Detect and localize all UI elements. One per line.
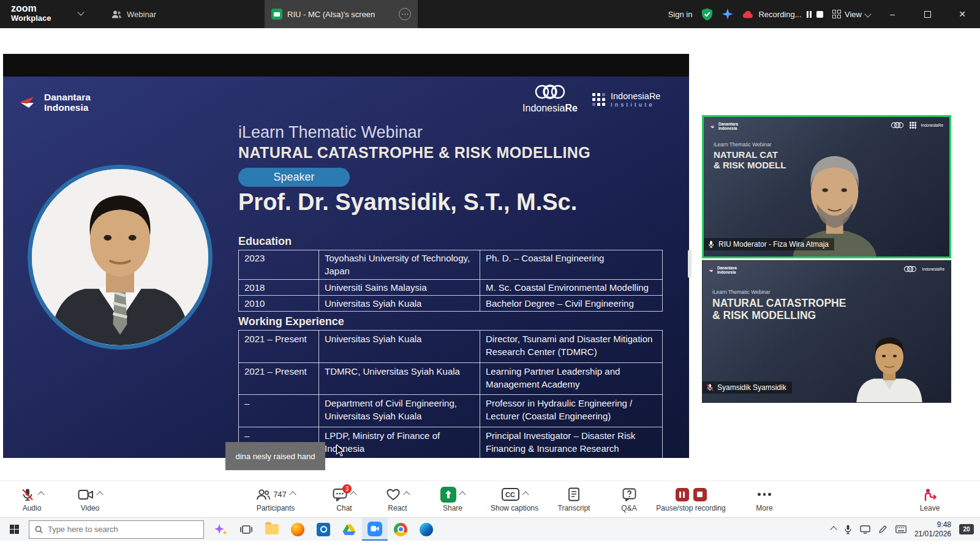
stop-recording-icon[interactable]: [693, 488, 707, 501]
participants-button[interactable]: 747 Participants: [239, 485, 312, 512]
tab-webinar[interactable]: Webinar: [105, 0, 162, 28]
table-row: 2021 – Present Universitas Syiah Kuala D…: [239, 331, 663, 363]
participant-name: Syamsidik Syamsidik: [717, 383, 786, 392]
notification-center-badge[interactable]: 20: [959, 524, 974, 534]
minimize-button[interactable]: –: [880, 0, 905, 28]
institute-dots-icon: [910, 122, 916, 129]
participants-icon: [256, 489, 271, 501]
stop-recording-icon[interactable]: [816, 11, 823, 18]
recording-label: Pause/stop recording: [645, 504, 737, 512]
participant-name-tag: RIU Moderator - Fiza Wira Atmaja: [704, 238, 834, 250]
tab-options-ellipsis-icon[interactable]: ⋯: [399, 8, 411, 20]
audio-menu-chevron[interactable]: [37, 491, 44, 498]
close-button[interactable]: ✕: [949, 0, 975, 28]
tile-danantara-line1: Danantara: [717, 266, 737, 270]
pause-recording-icon[interactable]: [676, 488, 689, 501]
recording-label: Recording...: [758, 10, 801, 19]
tray-mic-icon[interactable]: [844, 525, 852, 534]
closed-captions-icon: CC: [502, 488, 519, 501]
search-input[interactable]: [48, 525, 198, 534]
tray-pen-icon[interactable]: [878, 525, 888, 534]
leave-label: Leave: [893, 504, 967, 512]
participants-menu-chevron[interactable]: [289, 491, 296, 498]
copilot-button[interactable]: [208, 518, 233, 541]
ai-companion-sparkle-icon[interactable]: [722, 9, 733, 20]
tile-indonesiare-logos: IndonesiaRe: [903, 266, 945, 272]
tile-danantara-logo: Danantara Indonesia: [710, 122, 738, 130]
leave-button[interactable]: Leave: [893, 485, 967, 512]
share-menu-chevron[interactable]: [459, 491, 466, 498]
maximize-button[interactable]: [914, 0, 940, 28]
more-button[interactable]: More: [728, 485, 801, 512]
side-panel-handle[interactable]: [688, 250, 692, 278]
zoom-workplace-window: zoom Workplace Webinar RIU - MC (Alsa)'s…: [0, 0, 980, 551]
danantara-logo-line1: Danantara: [44, 92, 91, 103]
speaker-avatar: [850, 324, 929, 402]
pause-stop-recording-button[interactable]: Pause/stop recording: [645, 485, 737, 512]
speaker-portrait-avatar: [32, 169, 208, 345]
security-shield-icon[interactable]: [701, 8, 713, 21]
mouse-cursor: [336, 444, 346, 457]
start-button[interactable]: [0, 518, 29, 541]
workspace-menu-chevron-icon[interactable]: [77, 9, 84, 15]
file-explorer-button[interactable]: [259, 518, 285, 541]
zoom-workplace-logo[interactable]: zoom Workplace: [11, 3, 51, 23]
raised-hand-toast: dina nesly raised hand: [225, 442, 325, 470]
slide-title: NATURAL CATASTROPHE & RISK MODELLING: [238, 144, 590, 162]
tab-screen-share[interactable]: RIU - MC (Alsa)'s screen ⋯: [265, 0, 418, 28]
indonesiare-rings-icon: [903, 266, 918, 272]
indonesiare-logo: IndonesiaRe: [516, 84, 584, 114]
experience-table: 2021 – Present Universitas Syiah Kuala D…: [238, 330, 663, 458]
task-view-button[interactable]: [233, 518, 259, 541]
google-drive-button[interactable]: [336, 518, 362, 541]
edge-button[interactable]: [413, 518, 439, 541]
sign-in-button[interactable]: Sign in: [668, 10, 693, 19]
copilot-sparkle-icon: [213, 523, 228, 536]
firefox-button[interactable]: [285, 518, 311, 541]
outlook-button[interactable]: [311, 518, 336, 541]
zoom-logo-text: zoom: [11, 3, 51, 14]
participant-name-tag: Syamsidik Syamsidik: [703, 381, 792, 394]
tile-institute-text: IndonesiaRe: [921, 123, 944, 127]
table-row: 2010 Universitas Syiah Kuala Bachelor De…: [239, 295, 663, 311]
taskbar-search[interactable]: [29, 520, 204, 539]
experience-cell: Principal Investigator – Disaster Risk F…: [480, 427, 663, 458]
experience-cell: Universitas Syiah Kuala: [319, 331, 480, 363]
video-button[interactable]: Video: [53, 485, 127, 512]
tile-danantara-line1: Danantara: [718, 122, 738, 126]
mic-muted-icon: [20, 487, 35, 502]
ellipsis-icon: [758, 493, 771, 496]
recording-indicator: Recording...: [742, 10, 823, 19]
taskbar-clock[interactable]: 9:48 21/01/2026: [914, 520, 951, 539]
pause-recording-icon[interactable]: [807, 11, 812, 18]
table-row: – Department of Civil Engineering, Unive…: [239, 395, 663, 427]
education-cell: M. Sc. Coastal Environmental Modelling: [480, 279, 663, 295]
clock-time: 9:48: [914, 520, 951, 530]
video-tile-speaker[interactable]: Danantara Indonesia IndonesiaRe iLearn T…: [702, 260, 951, 403]
tray-keyboard-icon[interactable]: [895, 525, 907, 533]
chat-menu-chevron[interactable]: [350, 491, 356, 498]
qa-bubble-icon: [622, 488, 636, 501]
folder-icon: [265, 524, 279, 534]
hidden-icons-chevron[interactable]: [830, 526, 837, 533]
education-heading: Education: [238, 235, 292, 248]
view-grid-icon: [832, 10, 841, 18]
zoom-app-button[interactable]: [362, 518, 388, 541]
view-menu[interactable]: View: [832, 10, 870, 19]
experience-heading: Working Experience: [238, 315, 344, 328]
toast-text: dina nesly raised hand: [235, 452, 315, 461]
react-menu-chevron[interactable]: [403, 491, 410, 498]
tray-display-icon[interactable]: [860, 525, 870, 534]
danantara-flag-icon: [710, 124, 716, 129]
education-cell: 2018: [239, 279, 319, 295]
chrome-button[interactable]: [388, 518, 413, 541]
video-tile-moderator[interactable]: Danantara Indonesia IndonesiaRe iLearn T…: [702, 115, 951, 258]
tile-slide-title-line1: NATURAL CAT: [714, 149, 786, 160]
indonesiare-institute-logo: IndonesiaRe Institute: [592, 91, 660, 108]
tile-slide-title-line2: & RISK MODELL: [714, 160, 786, 170]
video-menu-chevron[interactable]: [96, 491, 103, 498]
captions-menu-chevron[interactable]: [522, 491, 529, 498]
speaker-badge: Speaker: [238, 168, 350, 187]
experience-cell: TDMRC, Universitas Syiah Kuala: [319, 362, 480, 395]
indonesiare-logo-text: Indonesia: [522, 103, 565, 113]
